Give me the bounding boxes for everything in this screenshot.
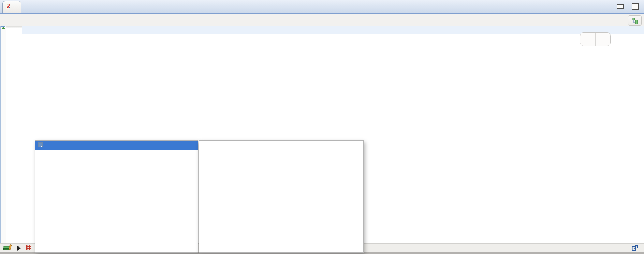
annotation-ruler[interactable] [1,26,6,243]
maximize-button[interactable] [632,3,639,10]
editor-tab[interactable] [2,1,21,13]
sv-file-icon [6,4,11,11]
ide-window [0,0,644,254]
red-grid-icon[interactable] [26,245,31,252]
range-indicator [1,26,5,27]
completion-popup [35,140,198,253]
completion-item-selected[interactable] [35,141,198,150]
template-proposal-icon [38,142,43,149]
library-books-icon[interactable] [3,244,12,252]
add-button[interactable] [580,33,595,46]
restore-editor-button[interactable] [632,245,638,252]
restore-window-icon [632,245,638,251]
editor-tab-bar [0,0,644,13]
proposal-preview-pane [199,140,364,253]
settings-gears-button[interactable] [595,33,611,46]
editor-overlay-toolbar [580,32,611,46]
gears-icon [598,35,607,44]
show-hierarchy-button[interactable] [628,15,642,26]
current-line-highlight [22,26,644,34]
run-triangle-icon[interactable] [17,246,21,251]
minimize-button[interactable] [617,4,624,9]
hierarchy-icon [632,17,638,24]
breadcrumb [0,14,644,26]
